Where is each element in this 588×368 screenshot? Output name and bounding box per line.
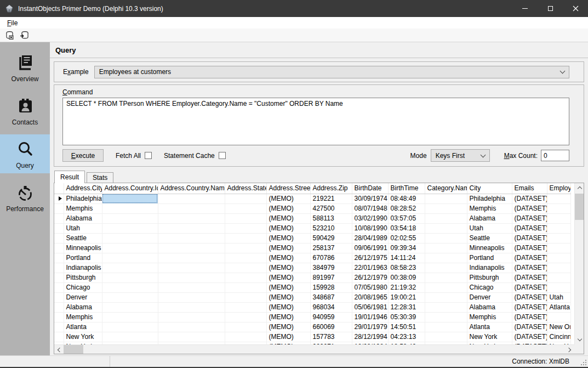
grid-cell[interactable]: Pittsburgh	[64, 273, 102, 282]
grid-cell[interactable]: 08/07/1948	[352, 203, 388, 213]
grid-cell[interactable]: (MEMO)	[266, 243, 310, 253]
grid-cell[interactable]	[425, 282, 467, 292]
grid-cell[interactable]: Memphis	[467, 312, 512, 322]
grid-cell[interactable]: (DATASET)	[512, 253, 547, 263]
grid-cell[interactable]: 03:57:05	[388, 213, 425, 223]
grid-cell[interactable]: (DATASET)	[512, 263, 547, 273]
column-header[interactable]: BirthTime	[388, 183, 425, 194]
grid-cell[interactable]	[425, 203, 467, 213]
grid-cell[interactable]: (DATASET)	[512, 322, 547, 332]
grid-cell[interactable]	[158, 282, 225, 292]
grid-cell[interactable]: Denver	[64, 292, 102, 302]
grid-cell[interactable]: Utah	[467, 223, 512, 233]
column-header[interactable]: Address.City	[64, 183, 102, 194]
grid-cell[interactable]: New York	[64, 332, 102, 342]
grid-cell[interactable]: (DATASET)	[512, 282, 547, 292]
grid-cell[interactable]	[547, 312, 571, 322]
grid-cell[interactable]	[225, 223, 266, 233]
grid-cell[interactable]: Memphis	[64, 312, 102, 322]
grid-cell[interactable]: 427500	[310, 203, 352, 213]
grid-cell[interactable]	[425, 263, 467, 273]
grid-cell[interactable]: (MEMO)	[266, 213, 310, 223]
grid-cell[interactable]: Alabama	[64, 213, 102, 223]
grid-cell[interactable]: 384979	[310, 263, 352, 273]
horizontal-scroll-thumb[interactable]	[64, 345, 83, 354]
grid-cell[interactable]: Alabama	[467, 302, 512, 312]
grid-cell[interactable]: Memphis	[467, 203, 512, 213]
grid-cell[interactable]: (MEMO)	[266, 273, 310, 282]
grid-cell[interactable]: 09/06/1991	[352, 243, 388, 253]
grid-cell[interactable]: 07/05/1980	[352, 282, 388, 292]
grid-cell[interactable]: Alabama	[64, 302, 102, 312]
grid-cell[interactable]	[547, 203, 571, 213]
grid-cell[interactable]	[158, 302, 225, 312]
grid-cell[interactable]	[102, 253, 158, 263]
vertical-scrollbar[interactable]	[574, 183, 584, 344]
grid-cell[interactable]: (MEMO)	[266, 322, 310, 332]
grid-cell[interactable]	[225, 332, 266, 342]
grid-cell[interactable]: 588113	[310, 213, 352, 223]
grid-cell[interactable]: (DATASET)	[512, 203, 547, 213]
vertical-scroll-thumb[interactable]	[575, 194, 584, 220]
grid-cell[interactable]: Indianapolis	[64, 263, 102, 273]
column-header[interactable]: Address.State	[225, 183, 266, 194]
horizontal-scrollbar[interactable]	[54, 344, 574, 354]
grid-cell[interactable]	[425, 292, 467, 302]
grid-cell[interactable]: 05/06/1981	[352, 302, 388, 312]
grid-cell[interactable]: 968034	[310, 302, 352, 312]
example-dropdown[interactable]: Employees at customers	[94, 66, 569, 78]
column-header[interactable]: Address.Street	[266, 183, 310, 194]
grid-cell[interactable]	[102, 312, 158, 322]
grid-cell[interactable]	[102, 243, 158, 253]
grid-cell[interactable]: 02:02:55	[388, 233, 425, 243]
grid-cell[interactable]	[102, 282, 158, 292]
resize-grip-icon[interactable]	[580, 359, 587, 366]
grid-cell[interactable]: (DATASET)	[512, 292, 547, 302]
grid-cell[interactable]: Atlanta	[64, 322, 102, 332]
grid-cell[interactable]: 28/04/1989	[352, 233, 388, 243]
grid-cell[interactable]	[102, 302, 158, 312]
grid-cell[interactable]	[158, 253, 225, 263]
grid-cell[interactable]: Memphis	[64, 203, 102, 213]
sidebar-item-performance[interactable]: Performance	[0, 178, 50, 217]
grid-cell[interactable]: 14:50:51	[388, 322, 425, 332]
disconnect-database-button[interactable]	[4, 30, 15, 41]
grid-cell[interactable]: Minneapolis	[467, 243, 512, 253]
grid-cell[interactable]	[158, 263, 225, 273]
grid-cell[interactable]: 30/09/1974	[352, 194, 388, 203]
grid-cell[interactable]: 08:48:49	[388, 194, 425, 203]
grid-cell[interactable]	[425, 322, 467, 332]
grid-cell[interactable]: (MEMO)	[266, 203, 310, 213]
grid-cell[interactable]: 29/01/1979	[352, 322, 388, 332]
grid-cell[interactable]: 19:00:21	[388, 292, 425, 302]
grid-cell[interactable]: Seattle	[64, 233, 102, 243]
grid-cell[interactable]: 219221	[310, 194, 352, 203]
grid-cell[interactable]	[225, 213, 266, 223]
grid-cell[interactable]	[225, 233, 266, 243]
execute-button[interactable]: Execute	[62, 149, 104, 162]
grid-cell[interactable]	[547, 213, 571, 223]
grid-cell[interactable]	[425, 213, 467, 223]
grid-cell[interactable]: (MEMO)	[266, 223, 310, 233]
grid-cell[interactable]	[225, 282, 266, 292]
grid-cell[interactable]: New Orleans	[547, 322, 571, 332]
sidebar-item-contacts[interactable]: Contacts	[0, 91, 50, 130]
grid-cell[interactable]: (MEMO)	[266, 312, 310, 322]
grid-cell[interactable]: Philadelphia	[467, 194, 512, 203]
grid-cell[interactable]	[102, 263, 158, 273]
column-header[interactable]: BirthDate	[352, 183, 388, 194]
command-input[interactable]: SELECT * FROM TPerson WHERE Employer.Cat…	[62, 98, 569, 145]
grid-cell[interactable]	[425, 243, 467, 253]
tab-result[interactable]: Result	[54, 171, 85, 183]
grid-cell[interactable]: Philadelphia	[64, 194, 102, 203]
grid-cell[interactable]: Denver	[467, 292, 512, 302]
grid-cell[interactable]	[102, 322, 158, 332]
grid-cell[interactable]: Portland	[64, 253, 102, 263]
grid-cell[interactable]: Indianapolis	[467, 263, 512, 273]
grid-cell[interactable]: 14:11:24	[388, 253, 425, 263]
grid-cell[interactable]	[547, 263, 571, 273]
grid-cell[interactable]	[225, 273, 266, 282]
grid-cell[interactable]	[158, 243, 225, 253]
grid-cell[interactable]	[425, 233, 467, 243]
connect-database-button[interactable]	[19, 30, 30, 41]
